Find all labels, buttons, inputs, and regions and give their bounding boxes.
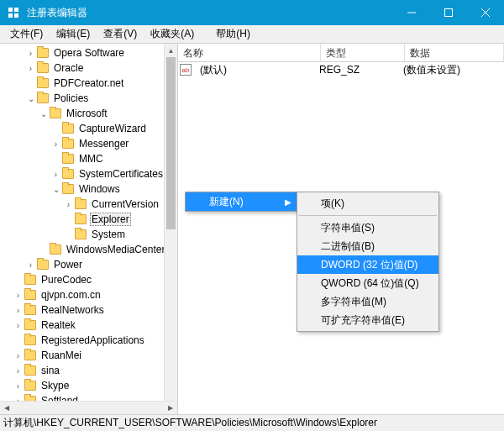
collapse-icon[interactable]: ⌄ (50, 184, 61, 195)
maximize-button[interactable] (430, 0, 467, 25)
folder-icon (62, 139, 74, 149)
tree-item-label: CurrentVersion (90, 198, 160, 210)
expand-icon[interactable]: › (13, 305, 24, 316)
tree-item-label: Opera Software (52, 47, 126, 59)
tree-item[interactable]: ›Skype (0, 378, 177, 393)
menu-edit[interactable]: 编辑(E) (50, 25, 97, 43)
expand-icon[interactable]: › (50, 169, 61, 180)
expand-icon[interactable]: › (13, 365, 24, 376)
collapse-icon[interactable]: ⌄ (38, 108, 49, 119)
tree-item[interactable]: ⌄Microsoft (0, 106, 177, 121)
expand-icon[interactable]: › (13, 290, 24, 301)
menu-file[interactable]: 文件(F) (3, 25, 50, 43)
folder-icon (24, 335, 36, 345)
menu-help[interactable]: 帮助(H) (209, 25, 257, 43)
scroll-thumb[interactable] (166, 57, 176, 229)
tree-item[interactable]: PureCodec (0, 272, 177, 287)
tree-item[interactable]: ›Opera Software (0, 45, 177, 60)
tree-item-label: Oracle (52, 62, 85, 74)
scroll-left-button[interactable]: ◀ (0, 402, 13, 414)
expand-icon[interactable]: › (25, 48, 36, 59)
svg-rect-0 (8, 8, 13, 12)
tree-item[interactable]: CaptureWizard (0, 121, 177, 136)
expand-icon[interactable]: › (13, 350, 24, 361)
menu-view[interactable]: 查看(V) (97, 25, 144, 43)
tree-item[interactable]: ⌄Policies (0, 91, 177, 106)
tree-item-label: PDFCreator.net (52, 77, 125, 89)
context-menu-new-label: 新建(N) (209, 195, 244, 209)
tree-item-label: WindowsMediaCenter (65, 244, 166, 255)
tree-item[interactable]: Explorer (0, 212, 177, 227)
folder-icon (24, 350, 36, 360)
folder-icon (75, 229, 87, 239)
tree-item-label: Power (52, 259, 84, 271)
submenu-item-dword[interactable]: DWORD (32 位)值(D) (297, 255, 438, 274)
title-bar: 注册表编辑器 (0, 0, 504, 25)
svg-rect-1 (14, 8, 18, 12)
expand-icon[interactable]: › (50, 139, 61, 150)
column-header-name[interactable]: 名称 (178, 44, 321, 61)
folder-icon (24, 381, 36, 391)
menu-favorites[interactable]: 收藏夹(A) (144, 25, 201, 43)
folder-icon (24, 290, 36, 300)
tree-spacer (50, 154, 61, 165)
tree-item[interactable]: PDFCreator.net (0, 76, 177, 91)
tree-pane[interactable]: ›Opera Software›OraclePDFCreator.net⌄Pol… (0, 44, 178, 414)
tree-item[interactable]: ›CurrentVersion (0, 197, 177, 212)
submenu-item-key[interactable]: 项(K) (297, 194, 438, 213)
expand-icon[interactable]: › (25, 260, 36, 271)
folder-icon (50, 244, 61, 255)
context-menu-new[interactable]: 新建(N) ▶ (186, 192, 297, 211)
tree-spacer (50, 124, 61, 134)
tree-item[interactable]: ›SystemCertificates (0, 166, 177, 181)
folder-icon (37, 93, 49, 103)
cell-data: (数值未设置) (398, 63, 465, 77)
collapse-icon[interactable]: ⌄ (25, 93, 36, 104)
tree-item[interactable]: ›Messenger (0, 136, 177, 151)
submenu-item-expand-string[interactable]: 可扩充字符串值(E) (297, 311, 438, 329)
tree-spacer (25, 78, 36, 89)
tree-item[interactable]: RegisteredApplications (0, 333, 177, 348)
tree-item[interactable]: ›qjvpn.com.cn (0, 287, 177, 302)
tree-item[interactable]: ›RuanMei (0, 348, 177, 363)
close-button[interactable] (467, 0, 504, 25)
tree-item[interactable]: ⌄Windows (0, 181, 177, 197)
submenu-item-binary[interactable]: 二进制值(B) (297, 237, 438, 255)
submenu-separator (299, 215, 437, 216)
tree-item[interactable]: ›Power (0, 257, 177, 272)
tree-spacer (13, 275, 24, 286)
expand-icon[interactable]: › (13, 381, 24, 392)
expand-icon[interactable]: › (25, 63, 36, 74)
tree-item[interactable]: System (0, 227, 177, 242)
submenu-item-string[interactable]: 字符串值(S) (297, 218, 438, 237)
cell-type: REG_SZ (314, 64, 398, 76)
submenu-item-qword[interactable]: QWORD (64 位)值(Q) (297, 274, 438, 292)
tree-item[interactable]: ›Oracle (0, 60, 177, 76)
submenu-item-multi-string[interactable]: 多字符串值(M) (297, 292, 438, 311)
scroll-right-button[interactable]: ▶ (164, 402, 177, 414)
folder-icon (37, 48, 49, 58)
status-bar: 计算机\HKEY_CURRENT_USER\SOFTWARE\Policies\… (0, 414, 504, 431)
expand-icon[interactable]: › (63, 199, 74, 210)
tree-item-label: Messenger (77, 138, 130, 150)
tree-item[interactable]: WindowsMediaCenter (0, 242, 177, 257)
minimize-button[interactable] (393, 0, 430, 25)
tree-item[interactable]: ›Realtek (0, 318, 177, 333)
tree-item[interactable]: ›RealNetworks (0, 302, 177, 318)
tree-item[interactable]: MMC (0, 151, 177, 166)
submenu-arrow-icon: ▶ (285, 197, 291, 207)
list-row[interactable]: ab (默认) REG_SZ (数值未设置) (178, 62, 504, 77)
tree-item-label: MMC (77, 153, 105, 165)
folder-icon (24, 305, 36, 315)
svg-rect-2 (8, 13, 13, 18)
column-header-data[interactable]: 数据 (405, 44, 504, 61)
scroll-up-button[interactable]: ▲ (165, 44, 177, 57)
folder-icon (62, 124, 74, 134)
expand-icon[interactable]: › (13, 320, 24, 331)
tree-scrollbar-horizontal[interactable]: ◀ ▶ (0, 401, 177, 414)
tree-item[interactable]: ›sina (0, 363, 177, 378)
column-header-type[interactable]: 类型 (321, 44, 405, 61)
tree-scrollbar-vertical[interactable]: ▲ ▼ (164, 44, 177, 414)
tree-item-label: Policies (52, 92, 90, 104)
svg-rect-5 (445, 9, 453, 17)
